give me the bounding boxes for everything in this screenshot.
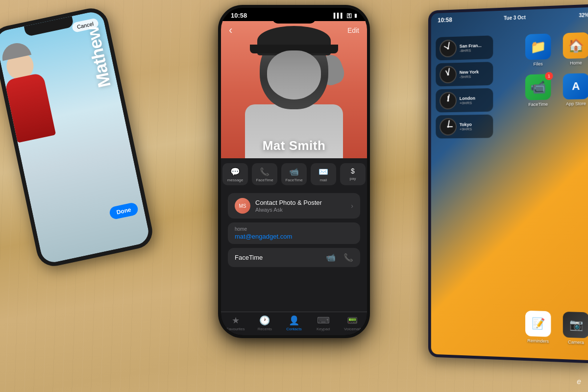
person-head xyxy=(260,31,328,109)
contact-name: Mat Smith xyxy=(221,138,367,153)
tab-recents[interactable]: 🕐 Recents xyxy=(250,315,280,331)
clock-face-london xyxy=(440,92,457,109)
message-label: message xyxy=(227,178,243,182)
keypad-icon: ⌨ xyxy=(317,315,330,326)
contacts-icon: 👤 xyxy=(289,315,299,326)
left-done-button[interactable]: Done xyxy=(109,202,139,220)
pay-icon: $ xyxy=(351,167,355,175)
chevron-icon: › xyxy=(351,202,353,210)
clock-city-london: London xyxy=(460,96,475,101)
ipad-battery: 32% xyxy=(579,12,588,18)
person-face xyxy=(267,50,321,99)
contact-photo-area: ‹ Edit Mat Smith xyxy=(221,21,367,158)
clock-london: London +0HRS xyxy=(436,88,493,113)
clock-city-ny: New York xyxy=(460,69,479,74)
right-tablet: 10:58 Tue 3 Oct 32% San Fran... -8HRS xyxy=(428,4,588,364)
appstore-app-label: App Store xyxy=(566,101,586,106)
message-button[interactable]: 💬 message xyxy=(222,163,248,185)
facetime-app-label: FaceTime xyxy=(528,102,548,107)
tab-favourites[interactable]: ★ Favourites xyxy=(221,315,250,331)
center-phone: 10:58 ▌▌▌ ⚿ ▮ ‹ Edit xyxy=(218,5,370,338)
voicemail-icon: 📟 xyxy=(347,315,358,326)
pay-label: pay xyxy=(350,176,356,181)
ipad-app-camera[interactable]: 📷 Camera xyxy=(561,312,588,345)
status-time: 10:58 xyxy=(231,12,247,19)
clock-tokyo: Tokyo +9HRS xyxy=(436,115,493,139)
home-app-icon: 🏠 xyxy=(563,32,588,59)
clock-face-ny xyxy=(440,66,457,83)
dynamic-island xyxy=(272,11,316,24)
contact-photo-poster-text: Contact Photo & Poster Always Ask xyxy=(255,199,351,213)
keypad-label: Keypad xyxy=(317,327,330,331)
wifi-icon: ⚿ xyxy=(346,13,352,19)
facetime-audio-button[interactable]: 📞 FaceTime xyxy=(252,163,277,185)
center-phone-screen: 10:58 ▌▌▌ ⚿ ▮ ‹ Edit xyxy=(221,8,367,335)
left-person-name: Mathew xyxy=(82,24,115,89)
mail-icon: ✉️ xyxy=(318,167,328,176)
tab-bar: ★ Favourites 🕐 Recents 👤 Contacts ⌨ Keyp… xyxy=(221,312,367,335)
contact-photo-poster-section: MS Contact Photo & Poster Always Ask › xyxy=(228,193,360,219)
video-icon: 📹 xyxy=(289,167,299,176)
signal-icon: ▌▌▌ xyxy=(334,13,344,18)
tab-voicemail[interactable]: 📟 Voicemail xyxy=(338,315,367,331)
facetime-section: FaceTime 📹 📞 xyxy=(228,248,360,267)
ipad-app-facetime[interactable]: 1 📹 FaceTime xyxy=(523,74,553,107)
clock-diff-sf: -8HRS xyxy=(460,48,482,52)
ipad-status-bar: 10:58 Tue 3 Oct 32% xyxy=(431,7,588,26)
recents-label: Recents xyxy=(258,327,272,331)
clock-info-sf: San Fran... -8HRS xyxy=(460,43,482,52)
pay-button[interactable]: $ pay xyxy=(340,163,366,185)
contacts-label: Contacts xyxy=(286,327,302,331)
clock-face-sf xyxy=(440,40,457,58)
favourites-label: Favourites xyxy=(226,327,245,331)
files-app-icon: 📁 xyxy=(525,33,551,60)
clock-diff-ny: -5HRS xyxy=(460,74,479,79)
facetime-video-label: FaceTime xyxy=(285,178,302,182)
tab-keypad[interactable]: ⌨ Keypad xyxy=(309,315,338,331)
ipad-app-home[interactable]: 🏠 Home xyxy=(561,32,588,66)
contact-photo-poster-subtitle: Always Ask xyxy=(255,207,351,213)
email-section: home mat@engadget.com xyxy=(228,222,360,244)
email-row[interactable]: home mat@engadget.com xyxy=(228,222,360,244)
ipad-app-reminders[interactable]: 📝 Reminders xyxy=(523,311,553,344)
contact-mini-avatar: MS xyxy=(235,198,250,214)
contact-details-area: MS Contact Photo & Poster Always Ask › h… xyxy=(221,189,367,312)
reminders-app-label: Reminders xyxy=(527,338,549,344)
facetime-row[interactable]: FaceTime 📹 📞 xyxy=(228,248,360,267)
back-button[interactable]: ‹ xyxy=(229,24,232,37)
reminders-app-icon: 📝 xyxy=(525,311,551,337)
clock-info-ny: New York -5HRS xyxy=(460,69,479,79)
camera-app-label: Camera xyxy=(568,340,584,345)
ipad-bottom-apps: 📝 Reminders 📷 Camera xyxy=(523,311,588,345)
facetime-call-icon[interactable]: 📞 xyxy=(343,253,353,262)
appstore-app-icon: A xyxy=(563,73,588,99)
contact-photo-poster-title: Contact Photo & Poster xyxy=(255,199,351,206)
action-buttons-row: 💬 message 📞 FaceTime 📹 FaceTime ✉️ mail … xyxy=(221,158,367,189)
ipad-top-apps: 📁 Files 🏠 Home 1 📹 FaceTime xyxy=(523,32,588,107)
mail-label: mail xyxy=(320,178,327,182)
email-value[interactable]: mat@engadget.com xyxy=(235,233,353,240)
ipad-app-files[interactable]: 📁 Files xyxy=(523,33,553,67)
files-app-label: Files xyxy=(534,61,543,67)
tablet-screen: 10:58 Tue 3 Oct 32% San Fran... -8HRS xyxy=(431,7,588,360)
engadget-watermark: e xyxy=(577,377,581,386)
ipad-time: 10:58 xyxy=(438,17,452,24)
contact-photo-poster-row[interactable]: MS Contact Photo & Poster Always Ask › xyxy=(228,193,360,219)
home-app-label: Home xyxy=(570,60,582,66)
clock-diff-london: +0HRS xyxy=(460,100,475,105)
ipad-date: Tue 3 Oct xyxy=(504,14,526,21)
facetime-video-icon[interactable]: 📹 xyxy=(326,253,336,262)
clock-new-york: New York -5HRS xyxy=(436,62,493,86)
tab-contacts[interactable]: 👤 Contacts xyxy=(279,315,309,331)
facetime-action-icons: 📹 📞 xyxy=(326,253,353,262)
facetime-video-button[interactable]: 📹 FaceTime xyxy=(281,163,307,185)
ipad-app-appstore[interactable]: A App Store xyxy=(561,73,588,106)
mail-button[interactable]: ✉️ mail xyxy=(311,163,336,185)
message-icon: 💬 xyxy=(230,167,240,176)
edit-button[interactable]: Edit xyxy=(347,26,359,34)
camera-app-icon: 📷 xyxy=(563,312,588,338)
tablet-wallpaper: 10:58 Tue 3 Oct 32% San Fran... -8HRS xyxy=(431,7,588,360)
facetime-badge: 1 xyxy=(545,72,553,80)
clock-info-london: London +0HRS xyxy=(460,96,475,105)
status-icons: ▌▌▌ ⚿ ▮ xyxy=(334,13,357,19)
